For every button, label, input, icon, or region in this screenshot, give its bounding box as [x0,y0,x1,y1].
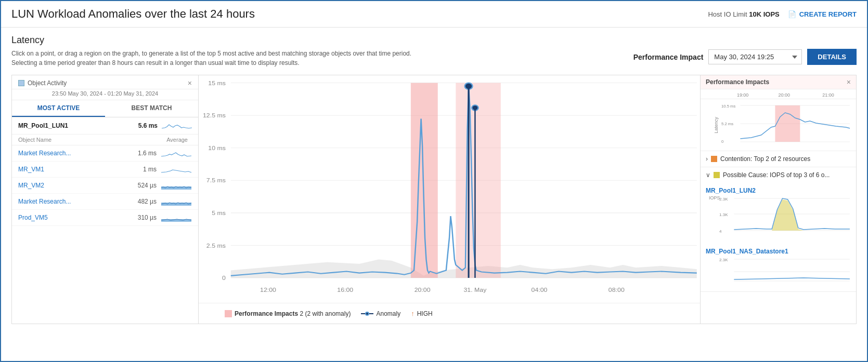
page-title: LUN Workload Anomalies over the last 24 … [11,7,255,21]
header-right: Host IO Limit 10K IOPS 📄 CREATE REPORT [708,10,857,18]
svg-text:2.5 ms: 2.5 ms [206,243,226,249]
svg-text:4: 4 [719,229,722,234]
possible-cause-label: Possible Cause: IOPS of top 3 of 6 o... [723,171,830,179]
lun2-subsection: MR_Pool1_LUN2 IOPS 2.3K 1.3K 4 [701,183,856,244]
iops-y-label: IOPS [709,195,720,200]
nas-iops-svg: 2.3K [719,256,851,285]
contention-header[interactable]: › Contention: Top 2 of 2 resources [701,151,856,167]
top-item-value: 5.6 ms [126,122,158,129]
row-sparkline [161,164,192,175]
expand-icon: › [706,155,708,163]
section-description: Click on a point, or drag a region on th… [11,49,411,68]
list-item: Market Research... 482 µs [12,194,198,210]
row-value: 1.6 ms [125,150,157,157]
row-name[interactable]: MR_VM2 [18,182,125,189]
obj-activity-icon [18,80,24,86]
row-sparkline [161,180,192,191]
object-activity-panel: Object Activity × 23:50 May 30, 2024 - 0… [11,75,199,324]
svg-text:10.5 ms: 10.5 ms [721,104,735,109]
content-area: Latency Click on a point, or drag a regi… [1,28,867,324]
possible-cause-header[interactable]: ∨ Possible Cause: IOPS of top 3 of 6 o..… [701,167,856,183]
possible-cause-section: ∨ Possible Cause: IOPS of top 3 of 6 o..… [701,167,856,292]
row-value: 310 µs [125,214,157,221]
row-name[interactable]: MR_VM1 [18,166,125,173]
obj-activity-header: Object Activity × [12,75,198,89]
nas-title[interactable]: MR_Pool1_NAS_Datastore1 [706,246,851,256]
lun2-iops-svg: 2.3K 1.3K 4 [719,195,851,237]
svg-rect-24 [456,83,501,278]
legend-perf-impacts: Performance Impacts 2 (2 with anomaly) [225,310,351,317]
row-name[interactable]: Prod_VM5 [18,214,125,221]
svg-text:5.2 ms: 5.2 ms [721,122,733,126]
perf-date-select[interactable]: May 30, 2024 19:25 [708,49,802,64]
svg-text:0: 0 [222,275,226,281]
perf-impacts-title: Performance Impacts [706,78,769,86]
contention-icon [711,156,717,162]
row-sparkline [161,212,192,223]
svg-text:20:00: 20:00 [779,92,790,98]
legend-anomaly: Anomaly [361,310,400,317]
contention-label: Contention: Top 2 of 2 resources [720,155,810,163]
svg-text:1.3K: 1.3K [719,212,728,217]
svg-text:2.3K: 2.3K [719,258,728,262]
page-header: LUN Workload Anomalies over the last 24 … [1,1,867,28]
svg-text:20:00: 20:00 [414,287,431,293]
lun2-iops-chart: IOPS 2.3K 1.3K 4 [706,195,851,239]
perf-impact-controls: Performance Impact May 30, 2024 19:25 DE… [633,49,857,65]
svg-text:31. May: 31. May [463,287,486,293]
tab-most-active[interactable]: MOST ACTIVE [12,100,105,117]
row-value: 1 ms [125,166,157,173]
tab-best-match[interactable]: BEST MATCH [105,100,198,117]
host-io-info: Host IO Limit 10K IOPS [708,10,779,18]
create-report-icon: 📄 [788,10,796,18]
main-chart[interactable]: 15 ms 12.5 ms 10 ms 7.5 ms 5 ms 2.5 ms 0 [199,75,701,324]
svg-text:08:00: 08:00 [608,287,625,293]
obj-activity-close[interactable]: × [188,79,192,87]
latency-y-axis-label: Latency [714,117,719,133]
timeline-labels: 19:00 20:00 21:00 [701,89,856,99]
collapse-icon: ∨ [706,171,710,179]
top-item-name: MR_Pool1_LUN1 [18,122,126,129]
svg-text:2.3K: 2.3K [719,197,728,202]
svg-text:16:00: 16:00 [337,287,353,293]
latency-section-title: Latency [11,35,857,46]
list-item: Prod_VM5 310 µs [12,210,198,226]
right-panel-close[interactable]: × [847,78,851,86]
col-header-row: Object Name Average [12,135,198,145]
lun2-title[interactable]: MR_Pool1_LUN2 [706,185,851,195]
chart-legend: Performance Impacts 2 (2 with anomaly) A… [199,303,700,324]
right-panel-scroll[interactable]: › Contention: Top 2 of 2 resources ∨ Pos… [701,151,856,324]
nas-iops-chart: 2.3K [706,256,851,287]
anomaly-dot-legend [365,312,369,316]
row-sparkline [161,196,192,207]
svg-text:5 ms: 5 ms [212,210,226,216]
details-button[interactable]: DETAILS [807,49,857,65]
svg-text:10 ms: 10 ms [208,145,226,151]
list-item: MR_VM2 524 µs [12,178,198,194]
legend-pink-box [225,310,232,317]
nas-subsection: MR_Pool1_NAS_Datastore1 2.3K [701,244,856,291]
obj-activity-label: Object Activity [18,79,67,87]
row-value: 524 µs [125,182,157,189]
perf-impact-label: Performance Impact [633,53,704,61]
obj-activity-date: 23:50 May 30, 2024 - 01:20 May 31, 2024 [12,89,198,100]
main-layout: Object Activity × 23:50 May 30, 2024 - 0… [11,75,857,324]
svg-text:15 ms: 15 ms [208,81,226,86]
right-mini-chart: Latency 10.5 ms 5.2 ms 0 [701,99,856,151]
timeline-svg: 19:00 20:00 21:00 [727,90,851,99]
top-item-sparkline [162,120,192,131]
row-name[interactable]: Market Research... [18,198,125,205]
svg-text:19:00: 19:00 [737,92,748,98]
svg-rect-38 [775,105,800,142]
row-sparkline [161,148,192,158]
svg-text:12.5 ms: 12.5 ms [203,113,226,118]
list-item: MR_VM1 1 ms [12,162,198,178]
row-value: 482 µs [125,198,157,205]
contention-section: › Contention: Top 2 of 2 resources [701,151,856,167]
row-name[interactable]: Market Research... [18,150,125,157]
legend-severity: ↑ HIGH [411,310,433,317]
svg-text:0: 0 [721,139,724,144]
right-panel: Performance Impacts × 19:00 20:00 21:00 … [701,75,857,324]
create-report-button[interactable]: 📄 CREATE REPORT [788,10,857,18]
arrow-up-icon: ↑ [411,310,414,317]
